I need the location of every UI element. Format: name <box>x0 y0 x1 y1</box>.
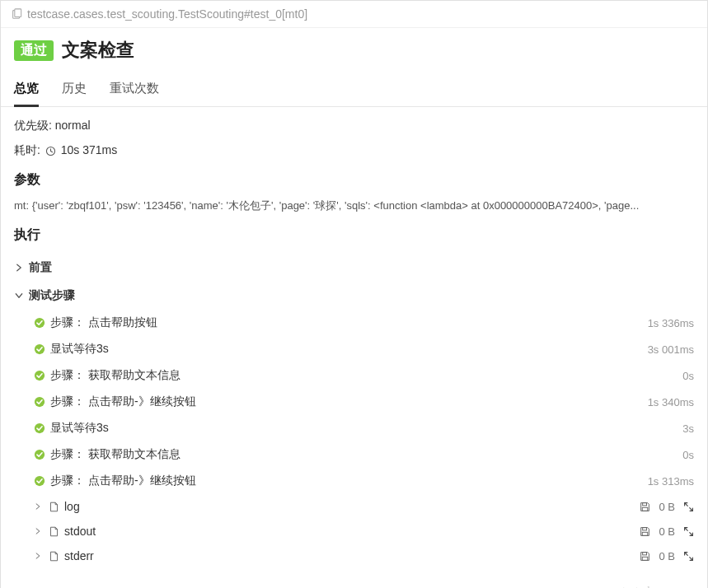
priority-value: normal <box>55 119 91 132</box>
file-icon <box>49 502 59 512</box>
file-icon <box>49 551 59 562</box>
svg-rect-13 <box>643 532 649 535</box>
content: 优先级: normal 耗时: 10s 371ms 参数 mt: {'user'… <box>1 107 707 580</box>
step-row[interactable]: 步骤： 点击帮助按钮1s 336ms <box>14 310 694 336</box>
page-title: 文案检查 <box>62 38 134 63</box>
attachment-meta: 0 B <box>640 550 694 562</box>
attachment-row[interactable]: stderr0 B <box>14 544 694 568</box>
copy-icon[interactable] <box>11 8 22 20</box>
svg-point-6 <box>35 397 45 407</box>
attachment-size: 0 B <box>659 550 675 562</box>
step-duration: 1s 336ms <box>648 317 694 329</box>
attachment-size: 0 B <box>659 501 675 513</box>
attachments-container: log0 Bstdout0 Bstderr0 B <box>14 494 694 568</box>
duration-value: 10s 371ms <box>61 143 117 156</box>
svg-point-8 <box>35 450 45 460</box>
svg-rect-10 <box>643 502 647 505</box>
step-row[interactable]: 步骤： 获取帮助文本信息0s <box>14 362 694 389</box>
chevron-right-icon <box>34 527 45 535</box>
step-label: 显试等待3s <box>50 421 682 436</box>
check-circle-icon <box>34 475 45 487</box>
step-row[interactable]: 步骤： 点击帮助-》继续按钮1s 313ms <box>14 468 694 494</box>
step-duration: 0s <box>682 370 694 382</box>
check-circle-icon <box>34 422 45 434</box>
step-duration: 0s <box>682 449 694 461</box>
steps-container: 步骤： 点击帮助按钮1s 336ms显试等待3s3s 001ms步骤： 获取帮助… <box>14 310 694 494</box>
step-duration: 3s <box>682 422 694 435</box>
attachment-meta: 0 B <box>640 525 694 538</box>
params-section-title: 参数 <box>14 171 694 189</box>
exec-section-title: 执行 <box>14 226 694 244</box>
step-label: 步骤： 点击帮助-》继续按钮 <box>50 474 648 488</box>
breadcrumb: testcase.cases.test_scouting.TestScoutin… <box>1 1 707 28</box>
save-icon[interactable] <box>640 551 650 562</box>
group-steps[interactable]: 测试步骤 <box>14 282 694 310</box>
svg-point-9 <box>35 476 45 486</box>
chevron-down-icon <box>14 291 27 301</box>
group-steps-label: 测试步骤 <box>29 288 75 303</box>
tab-history[interactable]: 历史 <box>62 72 87 106</box>
attachment-name: stderr <box>64 549 640 562</box>
params-value: mt: {'user': 'zbqf101', 'psw': '123456',… <box>14 198 694 213</box>
step-label: 显试等待3s <box>50 342 648 357</box>
tab-overview[interactable]: 总览 <box>14 72 39 107</box>
status-badge: 通过 <box>14 40 54 61</box>
check-circle-icon <box>34 370 45 381</box>
clock-icon <box>45 146 56 156</box>
chevron-right-icon <box>34 552 45 560</box>
attachment-name: stdout <box>64 525 640 538</box>
duration-label: 耗时: <box>14 143 40 156</box>
check-circle-icon <box>34 396 45 408</box>
svg-rect-11 <box>643 507 649 511</box>
group-setup-label: 前置 <box>29 260 52 275</box>
attachment-meta: 0 B <box>640 501 694 513</box>
step-row[interactable]: 显试等待3s3s 001ms <box>14 336 694 362</box>
tabs: 总览 历史 重试次数 <box>1 72 707 107</box>
step-row[interactable]: 显试等待3s3s <box>14 415 694 441</box>
attachment-name: log <box>64 500 640 513</box>
step-duration: 1s 340ms <box>648 396 694 408</box>
svg-rect-15 <box>643 557 649 560</box>
step-duration: 1s 313ms <box>648 475 694 488</box>
duration-row: 耗时: 10s 371ms <box>14 143 694 158</box>
chevron-right-icon <box>14 263 27 273</box>
step-label: 步骤： 获取帮助文本信息 <box>50 447 682 462</box>
attachment-row[interactable]: stdout0 B <box>14 519 694 544</box>
svg-rect-12 <box>643 527 647 530</box>
expand-icon[interactable] <box>683 551 694 562</box>
step-duration: 3s 001ms <box>648 343 694 356</box>
priority-row: 优先级: normal <box>14 119 694 133</box>
attachment-row[interactable]: log0 B <box>14 494 694 519</box>
expand-icon[interactable] <box>683 502 694 512</box>
expand-icon[interactable] <box>683 526 694 537</box>
check-circle-icon <box>34 317 45 329</box>
step-label: 步骤： 获取帮助文本信息 <box>50 368 682 383</box>
svg-point-7 <box>35 423 45 433</box>
chevron-right-icon <box>34 502 45 511</box>
svg-rect-14 <box>643 552 647 554</box>
svg-point-4 <box>35 344 45 354</box>
breadcrumb-path: testcase.cases.test_scouting.TestScoutin… <box>27 7 307 21</box>
check-circle-icon <box>34 449 45 460</box>
step-label: 步骤： 点击帮助-》继续按钮 <box>50 394 648 409</box>
step-row[interactable]: 步骤： 点击帮助-》继续按钮1s 340ms <box>14 389 694 415</box>
save-icon[interactable] <box>640 526 650 537</box>
step-label: 步骤： 点击帮助按钮 <box>50 315 648 330</box>
watermark: testerhome.com <box>1 580 707 588</box>
svg-rect-1 <box>15 9 21 17</box>
file-icon <box>49 526 59 537</box>
priority-label: 优先级: <box>14 119 52 132</box>
check-circle-icon <box>34 343 45 355</box>
save-icon[interactable] <box>640 502 650 512</box>
header: 通过 文案检查 <box>1 28 707 72</box>
group-setup[interactable]: 前置 <box>14 254 694 282</box>
tab-retries[interactable]: 重试次数 <box>110 72 159 106</box>
svg-point-3 <box>35 318 45 328</box>
step-row[interactable]: 步骤： 获取帮助文本信息0s <box>14 441 694 468</box>
attachment-size: 0 B <box>659 525 675 538</box>
svg-point-5 <box>35 371 45 380</box>
